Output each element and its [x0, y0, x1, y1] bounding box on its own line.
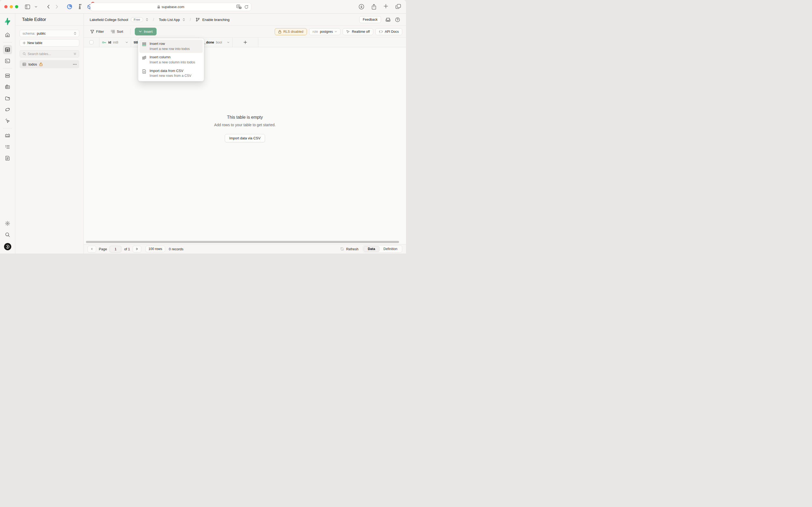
sidebar-item-api-docs[interactable] — [3, 154, 12, 163]
timer-extension-icon[interactable] — [67, 4, 72, 10]
menu-item-insert-row[interactable]: Insert row Insert a new row into todos — [139, 40, 203, 53]
add-column-button[interactable] — [233, 38, 258, 47]
rows-per-page-button[interactable]: 100 rows — [146, 246, 165, 252]
csv-file-icon — [142, 69, 147, 74]
table-icon — [22, 62, 26, 66]
rail-divider — [3, 128, 12, 128]
empty-state: This table is empty Add rows to your tab… — [84, 115, 406, 142]
filter-button[interactable]: Filter — [88, 28, 107, 35]
chevron-down-icon — [335, 31, 337, 33]
role-select[interactable]: role postgres — [309, 28, 341, 35]
new-tab-button[interactable] — [384, 4, 388, 10]
import-csv-button[interactable]: Import data via CSV — [225, 134, 265, 142]
breadcrumb-separator: / — [190, 17, 191, 22]
menu-item-title: Import data from CSV — [150, 68, 191, 73]
filter-icon — [90, 30, 94, 34]
toolbar-divider — [130, 29, 130, 35]
table-options-menu[interactable] — [73, 64, 76, 65]
close-window-button[interactable] — [4, 5, 7, 8]
back-button[interactable] — [45, 3, 52, 10]
select-all-cell[interactable] — [84, 38, 99, 47]
lock-icon — [278, 30, 281, 34]
breadcrumb-separator: / — [153, 17, 154, 22]
breadcrumb-org[interactable]: Lakefield College School — [90, 18, 128, 22]
menu-item-import-csv[interactable]: Import data from CSV Insert new rows fro… — [139, 67, 203, 80]
sort-button[interactable]: Sort — [108, 28, 126, 35]
sidebar-chevron-icon[interactable] — [32, 3, 40, 10]
search-placeholder: Search tables... — [27, 52, 51, 56]
minimize-window-button[interactable] — [10, 5, 13, 8]
sidebar-item-storage[interactable] — [3, 94, 12, 103]
column-header-id[interactable]: id int8 — [99, 38, 131, 47]
page-count: of 1 — [124, 247, 130, 251]
supabase-logo[interactable] — [3, 17, 11, 25]
plus-icon — [22, 41, 26, 45]
rail-divider — [3, 68, 12, 68]
rail-divider — [3, 42, 12, 43]
org-switch-chevrons-icon[interactable] — [146, 18, 148, 21]
search-tables-input[interactable]: Search tables... — [19, 50, 79, 57]
sidebar-item-table-todos[interactable]: todos — [19, 60, 79, 68]
new-table-button[interactable]: New table — [19, 39, 79, 47]
share-button[interactable] — [371, 4, 376, 10]
sidebar-item-table-editor[interactable] — [3, 45, 12, 54]
rls-disabled-button[interactable]: RLS disabled — [275, 28, 307, 35]
help-icon[interactable] — [395, 17, 400, 22]
schema-select[interactable]: schema: public — [19, 30, 79, 37]
sidebar-item-reports[interactable] — [3, 131, 12, 140]
project-switch-chevrons-icon[interactable] — [183, 18, 185, 21]
inbox-icon[interactable] — [385, 17, 391, 22]
previous-page-button[interactable] — [88, 246, 96, 252]
empty-state-subtitle: Add rows to your table to get started. — [214, 123, 276, 127]
sidebar-toggle-icon[interactable] — [23, 3, 31, 10]
horizontal-scrollbar[interactable] — [86, 241, 399, 243]
main-panel: Lakefield College School Free / Todo Lis… — [84, 14, 406, 253]
menu-item-description: Insert new rows from a CSV — [150, 73, 191, 78]
project-header: Lakefield College School Free / Todo Lis… — [84, 14, 406, 26]
sidebar-item-advisors[interactable] — [3, 116, 12, 125]
browser-toolbar: supabase.com — [0, 0, 406, 14]
cleaner-extension-icon[interactable] — [77, 4, 83, 10]
user-avatar[interactable] — [4, 243, 11, 250]
page-number-input[interactable] — [110, 246, 121, 252]
settings-icon[interactable] — [3, 219, 12, 228]
scrollbar-thumb[interactable] — [86, 241, 399, 243]
sidebar-item-database[interactable] — [3, 71, 12, 80]
zoom-window-button[interactable] — [15, 5, 18, 8]
next-page-button[interactable] — [133, 246, 141, 252]
translate-icon[interactable] — [236, 5, 242, 9]
enable-branching-button[interactable]: Enable branching — [202, 18, 230, 22]
tab-overview-button[interactable] — [395, 4, 401, 10]
select-all-checkbox[interactable] — [90, 40, 94, 44]
menu-item-description: Insert a new row into todos — [150, 47, 189, 51]
refresh-icon — [340, 247, 344, 251]
sidebar-item-home[interactable] — [3, 30, 12, 40]
grid-toolbar: Filter Sort Insert RLS disabled — [84, 26, 406, 38]
api-docs-button[interactable]: API Docs — [375, 28, 402, 35]
traffic-lights — [4, 5, 18, 8]
sidebar-item-authentication[interactable] — [3, 82, 12, 92]
nav-rail — [0, 14, 15, 253]
page-label: Page — [99, 247, 107, 251]
forward-button[interactable] — [53, 3, 61, 10]
breadcrumb-project[interactable]: Todo List App — [159, 18, 180, 22]
insert-button[interactable]: Insert — [135, 27, 157, 36]
sidebar-item-sql-editor[interactable] — [3, 56, 12, 65]
refresh-button[interactable]: Refresh — [340, 247, 358, 251]
lock-icon — [157, 5, 160, 9]
address-bar[interactable]: supabase.com — [90, 3, 251, 11]
insert-row-icon — [142, 42, 147, 47]
broadcast-icon — [346, 30, 350, 34]
tab-definition[interactable]: Definition — [380, 246, 401, 251]
downloads-button[interactable] — [358, 4, 364, 10]
menu-item-insert-column[interactable]: Insert column Insert a new column into t… — [139, 53, 203, 66]
insert-dropdown-menu: Insert row Insert a new row into todos I… — [138, 38, 204, 81]
tab-data[interactable]: Data — [363, 246, 380, 252]
sidebar-item-edge-functions[interactable] — [3, 105, 12, 114]
sidebar-item-logs[interactable] — [3, 142, 12, 152]
reload-icon[interactable] — [244, 5, 248, 9]
search-icon[interactable] — [3, 230, 12, 239]
realtime-toggle-button[interactable]: Realtime off — [343, 28, 373, 35]
feedback-button[interactable]: Feedback — [359, 16, 381, 23]
plan-badge: Free — [131, 17, 143, 22]
